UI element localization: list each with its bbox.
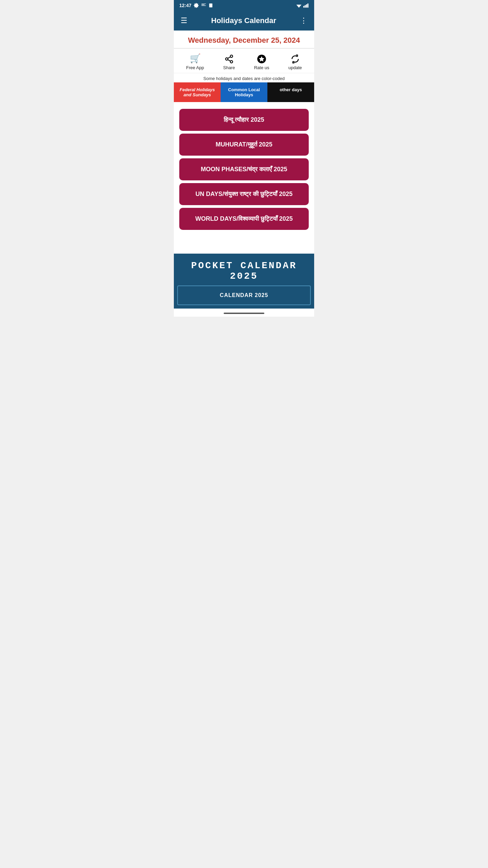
share-icon bbox=[224, 53, 234, 64]
status-right bbox=[296, 3, 309, 8]
svg-rect-6 bbox=[303, 6, 304, 8]
app-title: Holidays Calendar bbox=[211, 16, 276, 25]
svg-rect-7 bbox=[305, 5, 306, 7]
cart-icon: 🛒 bbox=[190, 53, 201, 64]
home-bar bbox=[224, 313, 264, 314]
world-days-button[interactable]: WORLD DAYS/विश्वव्यापी छुट्टियाँ 2025 bbox=[179, 208, 309, 230]
svg-rect-2 bbox=[201, 4, 204, 5]
pocket-calendar-section: POCKET CALENDAR 2025 CALENDAR 2025 bbox=[174, 254, 314, 309]
signal-icon bbox=[303, 3, 309, 8]
menu-button[interactable]: ☰ bbox=[179, 15, 189, 26]
hindu-festivals-button[interactable]: हिन्दू त्यौहार 2025 bbox=[179, 109, 309, 131]
main-content: Wednesday, December 25, 2024 🛒 Free App … bbox=[174, 31, 314, 317]
status-bar: 12:47 bbox=[174, 0, 314, 11]
pocket-calendar-title: POCKET CALENDAR 2025 bbox=[177, 260, 311, 281]
date-header: Wednesday, December 25, 2024 bbox=[174, 31, 314, 48]
menu-section: हिन्दू त्यौहार 2025 MUHURAT/मुहूर्त 2025… bbox=[174, 102, 314, 233]
calendar-2025-button[interactable]: CALENDAR 2025 bbox=[177, 285, 311, 305]
un-days-button[interactable]: UN DAYS/संयुक्त राष्ट्र की छुट्टियाँ 202… bbox=[179, 183, 309, 205]
gear-icon bbox=[201, 3, 206, 8]
app-bar: ☰ Holidays Calendar ⋮ bbox=[174, 11, 314, 31]
status-left: 12:47 bbox=[179, 3, 213, 8]
update-button[interactable]: update bbox=[288, 53, 302, 70]
color-note: Some holidays and dates are color-coded bbox=[174, 73, 314, 82]
more-button[interactable]: ⋮ bbox=[299, 15, 309, 26]
svg-point-10 bbox=[230, 55, 232, 57]
sim-icon bbox=[208, 3, 213, 8]
update-label: update bbox=[288, 65, 302, 70]
home-indicator bbox=[174, 309, 314, 317]
svg-rect-3 bbox=[201, 5, 206, 6]
wifi-icon bbox=[296, 3, 302, 8]
color-legend: Federal Holidays and Sundays Common Loca… bbox=[174, 82, 314, 102]
svg-line-14 bbox=[228, 57, 230, 59]
svg-line-13 bbox=[228, 60, 230, 61]
moon-phases-button[interactable]: MOON PHASES/चंद्र कलाएँ 2025 bbox=[179, 158, 309, 180]
svg-point-12 bbox=[230, 61, 232, 63]
svg-rect-8 bbox=[306, 4, 307, 8]
current-date: Wednesday, December 25, 2024 bbox=[188, 36, 300, 44]
svg-rect-1 bbox=[201, 4, 206, 4]
star-icon bbox=[257, 53, 266, 64]
legend-local: Common Local Holidays bbox=[221, 82, 267, 102]
share-label: Share bbox=[223, 65, 235, 70]
legend-federal: Federal Holidays and Sundays bbox=[174, 82, 221, 102]
settings-icon bbox=[194, 3, 199, 8]
svg-rect-9 bbox=[307, 3, 308, 7]
svg-marker-5 bbox=[297, 5, 302, 8]
share-button[interactable]: Share bbox=[223, 53, 235, 70]
rate-us-label: Rate us bbox=[254, 65, 269, 70]
update-icon bbox=[290, 53, 300, 64]
spacer bbox=[174, 233, 314, 254]
rate-us-button[interactable]: Rate us bbox=[254, 53, 269, 70]
free-app-button[interactable]: 🛒 Free App bbox=[186, 53, 204, 70]
muhurat-button[interactable]: MUHURAT/मुहूर्त 2025 bbox=[179, 134, 309, 156]
svg-rect-4 bbox=[209, 3, 212, 7]
action-row: 🛒 Free App Share Rate us bbox=[174, 48, 314, 73]
status-time: 12:47 bbox=[179, 3, 191, 8]
legend-other: other days bbox=[267, 82, 314, 102]
free-app-label: Free App bbox=[186, 65, 204, 70]
svg-point-11 bbox=[225, 58, 228, 60]
